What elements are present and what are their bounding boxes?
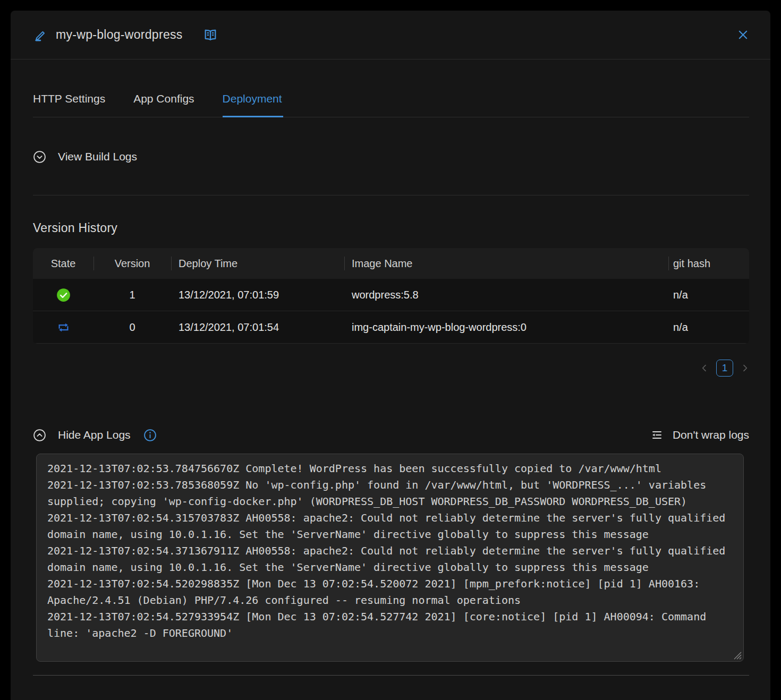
column-header-state: State (33, 258, 94, 270)
state-cell (33, 288, 94, 302)
view-build-logs-toggle[interactable]: View Build Logs (33, 149, 749, 164)
image-name-cell: img-captain-my-wp-blog-wordpress:0 (344, 321, 668, 334)
view-build-logs-label: View Build Logs (58, 150, 137, 163)
close-icon[interactable] (737, 29, 749, 41)
app-title: my-wp-blog-wordpress (56, 28, 183, 42)
deploy-time-cell: 13/12/2021, 07:01:59 (171, 289, 344, 301)
image-name-cell: wordpress:5.8 (344, 289, 668, 301)
next-page-icon[interactable] (741, 364, 749, 372)
app-details-panel: my-wp-blog-wordpress HTTP Settings App C… (11, 11, 770, 700)
dont-wrap-logs-label: Don't wrap logs (673, 429, 749, 441)
resize-handle-icon[interactable] (733, 651, 742, 660)
edit-app-name-icon[interactable] (33, 28, 47, 42)
version-cell: 1 (94, 289, 171, 301)
column-header-git-hash: git hash (668, 258, 749, 270)
version-history-table: State Version Deploy Time Image Name git… (33, 248, 749, 344)
docs-book-icon[interactable] (203, 28, 218, 42)
git-hash-cell: n/a (668, 321, 749, 334)
menu-fold-icon (650, 429, 663, 441)
tab-deployment[interactable]: Deployment (223, 92, 283, 117)
tab-bar: HTTP Settings App Configs Deployment (33, 92, 749, 117)
state-cell (33, 320, 94, 335)
tab-http-settings[interactable]: HTTP Settings (33, 92, 106, 117)
chevron-down-circle-icon (33, 150, 46, 164)
bottom-divider (33, 675, 749, 676)
hide-app-logs-label[interactable]: Hide App Logs (58, 429, 131, 441)
version-cell: 0 (94, 321, 171, 334)
panel-header: my-wp-blog-wordpress (11, 11, 770, 59)
app-logs-header: Hide App Logs Don't wrap logs (33, 427, 749, 443)
column-header-deploy-time: Deploy Time (171, 258, 344, 270)
column-header-image-name: Image Name (344, 258, 668, 270)
version-history-title: Version History (33, 221, 749, 235)
dont-wrap-logs-toggle[interactable]: Don't wrap logs (650, 429, 749, 441)
table-row: 1 13/12/2021, 07:01:59 wordpress:5.8 n/a (33, 279, 749, 311)
pagination: 1 (33, 360, 749, 377)
table-header-row: State Version Deploy Time Image Name git… (33, 248, 749, 279)
chevron-up-circle-icon[interactable] (33, 429, 46, 442)
git-hash-cell: n/a (668, 289, 749, 301)
page-1-button[interactable]: 1 (716, 360, 733, 377)
section-divider (33, 195, 749, 195)
previous-page-icon[interactable] (700, 364, 709, 372)
tab-app-configs[interactable]: App Configs (133, 92, 195, 117)
app-logs-textarea[interactable]: 2021-12-13T07:02:53.784756670Z Complete!… (36, 454, 744, 662)
check-circle-icon (56, 288, 71, 302)
column-header-version: Version (94, 258, 171, 270)
table-row: 0 13/12/2021, 07:01:54 img-captain-my-wp… (33, 311, 749, 344)
app-logs-text: 2021-12-13T07:02:53.784756670Z Complete!… (47, 460, 733, 642)
info-circle-icon[interactable] (143, 429, 157, 442)
deploy-time-cell: 13/12/2021, 07:01:54 (171, 321, 344, 334)
retry-rollback-icon[interactable] (56, 320, 71, 335)
